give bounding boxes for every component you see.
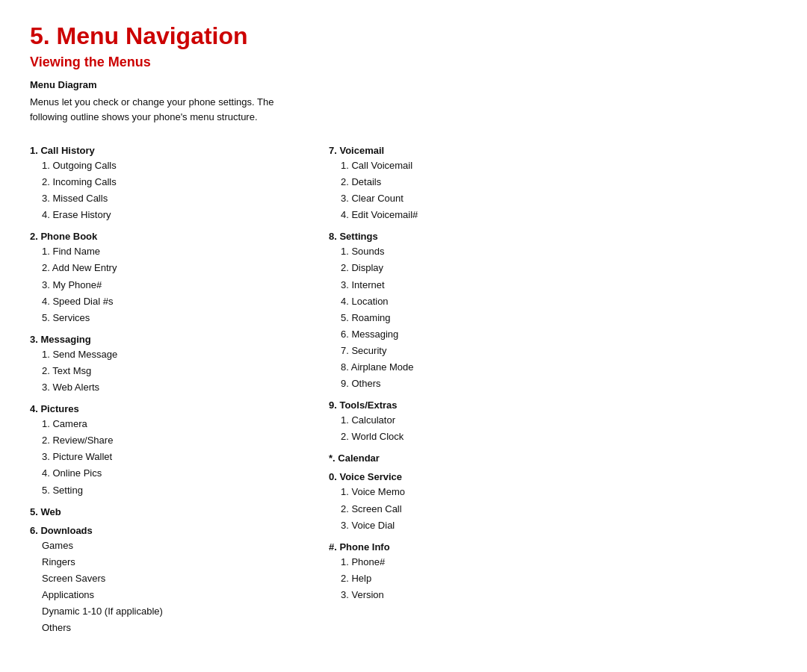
- menu-sub-item: Dynamic 1-10 (If applicable): [30, 603, 284, 620]
- menu-sub-item: 1. Find Name: [30, 243, 284, 260]
- menu-sub-item: 2. Text Msg: [30, 363, 284, 379]
- menu-section-label: 7. Voicemail: [329, 145, 777, 156]
- menu-sub-item: 4. Location: [329, 293, 777, 310]
- menu-section-label: 9. Tools/Extras: [329, 399, 777, 411]
- section-title: Viewing the Menus: [30, 55, 777, 70]
- menu-section-label: 0. Voice Service: [329, 471, 777, 482]
- menu-sub-item: 3. Picture Wallet: [30, 449, 284, 465]
- menu-sub-item: 1. Call Voicemail: [329, 158, 777, 174]
- menu-sub-item: Ringers: [30, 554, 284, 570]
- menu-sub-item: 2. Help: [329, 570, 777, 587]
- menu-sub-item: Screen Savers: [30, 570, 284, 587]
- menu-sub-item: 2. Details: [329, 174, 777, 190]
- menu-sub-item: Others: [30, 620, 284, 636]
- right-column: 7. Voicemail1. Call Voicemail2. Details3…: [329, 137, 777, 603]
- menu-sub-item: 6. Messaging: [329, 326, 777, 343]
- menu-sub-item: 1. Phone#: [329, 554, 777, 570]
- menu-sub-item: 1. Sounds: [329, 243, 777, 260]
- menu-sub-item: 2. Add New Entry: [30, 260, 284, 276]
- menu-sub-item: 5. Setting: [30, 482, 284, 499]
- menu-sub-item: 1. Calculator: [329, 412, 777, 429]
- menu-sub-item: 1. Send Message: [30, 346, 284, 363]
- menu-sub-item: 3. Version: [329, 587, 777, 603]
- menu-section-label: 6. Downloads: [30, 525, 284, 536]
- menu-section-label: 3. Messaging: [30, 334, 284, 345]
- menu-sub-item: 1. Voice Memo: [329, 484, 777, 500]
- menu-section-label: 8. Settings: [329, 231, 777, 242]
- menu-sub-item: 2. Incoming Calls: [30, 174, 284, 190]
- page-title: 5. Menu Navigation: [30, 22, 777, 50]
- menu-sub-item: 3. Internet: [329, 277, 777, 293]
- menu-sub-item: 4. Speed Dial #s: [30, 293, 284, 310]
- menu-sub-item: 3. Clear Count: [329, 190, 777, 207]
- menu-sub-item: 3. My Phone#: [30, 277, 284, 293]
- menu-sub-item: 5. Services: [30, 310, 284, 326]
- menu-sub-item: 9. Others: [329, 376, 777, 392]
- menu-sub-item: 2. World Clock: [329, 429, 777, 445]
- menu-sub-item: 3. Voice Dial: [329, 517, 777, 534]
- menu-section-label: 5. Web: [30, 506, 284, 517]
- menu-section-label: 4. Pictures: [30, 403, 284, 414]
- menu-sub-item: 4. Erase History: [30, 207, 284, 223]
- menu-sub-item: 4. Online Pics: [30, 465, 284, 482]
- menu-sub-item: 3. Missed Calls: [30, 190, 284, 207]
- menu-diagram-label: Menu Diagram: [30, 79, 777, 90]
- menu-sub-item: 1. Outgoing Calls: [30, 158, 284, 174]
- menu-sub-item: 2. Review/Share: [30, 432, 284, 449]
- menu-section-label: *. Calendar: [329, 452, 777, 464]
- menu-sub-item: 3. Web Alerts: [30, 379, 284, 396]
- menu-sub-item: 5. Roaming: [329, 310, 777, 326]
- menu-sub-item: 7. Security: [329, 343, 777, 359]
- left-column: 1. Call History1. Outgoing Calls2. Incom…: [30, 137, 284, 636]
- menu-sub-item: Applications: [30, 587, 284, 603]
- menu-sub-item: Games: [30, 538, 284, 554]
- menu-section-label: 1. Call History: [30, 145, 284, 156]
- menu-sub-item: 2. Display: [329, 260, 777, 276]
- menu-section-label: #. Phone Info: [329, 541, 777, 553]
- menu-sub-item: 2. Screen Call: [329, 501, 777, 517]
- menu-sub-item: 1. Camera: [30, 416, 284, 432]
- menu-section-label: 2. Phone Book: [30, 231, 284, 242]
- menu-sub-item: 4. Edit Voicemail#: [329, 207, 777, 223]
- menu-columns: 1. Call History1. Outgoing Calls2. Incom…: [30, 137, 777, 636]
- intro-text: Menus let you check or change your phone…: [30, 95, 314, 124]
- menu-sub-item: 8. Airplane Mode: [329, 359, 777, 376]
